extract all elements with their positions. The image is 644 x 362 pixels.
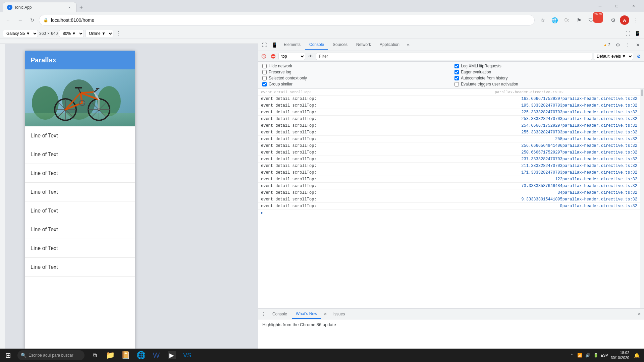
log-level-select[interactable]: Default levels ▼ [594, 53, 633, 60]
device-select[interactable]: Galaxy S5 ▼ [3, 30, 38, 37]
evaluate-triggers-checkbox[interactable] [454, 82, 459, 86]
tab-sources[interactable]: Sources [329, 40, 352, 50]
list-item[interactable]: Line of Text [25, 258, 135, 277]
group-similar-option[interactable]: Group similar [262, 82, 448, 86]
warnings-badge[interactable]: ▲ 2 [601, 42, 612, 48]
throttle-select[interactable]: Online ▼ [85, 30, 113, 37]
more-tabs-button[interactable]: » [404, 40, 412, 50]
system-tray-expand[interactable]: ^ [569, 352, 575, 359]
eager-eval-checkbox[interactable] [454, 70, 459, 74]
log-entry: event detail scrollTop: 34 parallax-head… [258, 189, 640, 196]
minimize-button[interactable]: ─ [592, 1, 608, 11]
bottom-tab-issues[interactable]: Issues [329, 309, 349, 319]
terminal-button[interactable]: ▶ [164, 349, 179, 362]
menu-icon[interactable]: ⋮ [631, 15, 641, 25]
new-tab-button[interactable]: + [76, 3, 86, 12]
log-xmlhttp-checkbox[interactable] [454, 64, 459, 68]
clear-console-icon[interactable]: 🚫 [260, 52, 268, 60]
preserve-log-checkbox[interactable] [262, 70, 267, 74]
console-filter-input[interactable] [316, 53, 592, 60]
taskview-button[interactable]: ⧉ [87, 349, 102, 362]
clock[interactable]: 18:02 30/10/2020 [609, 350, 631, 361]
eager-eval-option[interactable]: Eager evaluation [454, 70, 640, 74]
vscode-button[interactable]: VS [180, 349, 195, 362]
console-scrollbar[interactable] [640, 89, 644, 308]
list-item[interactable]: Line of Text [25, 164, 135, 183]
device-mode-icon[interactable]: 📱 [270, 40, 279, 50]
selected-context-checkbox[interactable] [262, 76, 267, 80]
console-log[interactable]: event detail scrollTop: parallax-header.… [258, 89, 640, 308]
live-expressions-icon[interactable]: 👁 [307, 52, 315, 60]
bottom-tab-whats-new[interactable]: What's New [292, 309, 321, 319]
autocomplete-checkbox[interactable] [454, 76, 459, 80]
context-select[interactable]: top [278, 53, 305, 60]
wifi-icon[interactable]: 📶 [577, 352, 583, 359]
tab-elements[interactable]: Elements [280, 40, 305, 50]
hide-network-option[interactable]: Hide network [262, 64, 448, 68]
log-entry: event detail scrollTop: 73.3333358764648… [258, 183, 640, 189]
list-item[interactable]: Line of Text [25, 126, 135, 145]
maximize-button[interactable]: □ [609, 1, 625, 11]
devtools-dock-icon[interactable]: ✕ [633, 40, 643, 50]
list-item[interactable]: Line of Text [25, 239, 135, 258]
list-item[interactable]: Line of Text [25, 183, 135, 201]
autocomplete-option[interactable]: Autocomplete from history [454, 76, 640, 80]
list-item[interactable]: Line of Text [25, 220, 135, 239]
word-button[interactable]: W [149, 349, 164, 362]
group-similar-checkbox[interactable] [262, 82, 267, 86]
hide-network-checkbox[interactable] [262, 64, 267, 68]
selected-context-option[interactable]: Selected context only [262, 76, 448, 80]
active-tab[interactable]: i Ionic App × [3, 2, 76, 12]
tab-close-button[interactable]: × [67, 5, 72, 10]
zoom-select[interactable]: 80% ▼ [59, 30, 84, 37]
expand-entry[interactable]: ▶ [258, 209, 640, 216]
log-entry: event detail scrollTop: 122 parallax-hea… [258, 176, 640, 183]
list-item[interactable]: Line of Text [25, 145, 135, 164]
reload-button[interactable]: ↻ [27, 15, 38, 25]
device-toggle-icon[interactable]: 📱 [633, 29, 641, 38]
inspect-icon[interactable]: ⛶ [624, 29, 632, 38]
onenote-button[interactable]: 📔 [118, 349, 133, 362]
log-entry: event detail scrollTop: 9.33333301544189… [258, 196, 640, 203]
profile-icon-1[interactable]: 🌐 [549, 15, 560, 25]
devtools-more-icon[interactable]: ⋮ [623, 40, 633, 50]
settings-icon[interactable]: ⚙ [608, 15, 619, 25]
bottom-more-button[interactable]: ⋮ [260, 310, 268, 318]
battery-icon[interactable]: 🔋 [593, 352, 599, 359]
console-filter-icon[interactable]: ⛔ [269, 52, 277, 60]
start-button[interactable]: ⊞ [0, 349, 16, 362]
more-options-button[interactable]: ⋮ [115, 29, 123, 38]
tab-network[interactable]: Network [352, 40, 375, 50]
bookmark-icon[interactable]: ☆ [537, 15, 548, 25]
tab-console[interactable]: Console [305, 40, 328, 50]
notification-button[interactable]: 🔔 [632, 349, 641, 362]
close-bottom-panel-button[interactable]: ✕ [636, 311, 643, 317]
profile-avatar[interactable]: A [620, 15, 629, 25]
preserve-log-option[interactable]: Preserve log [262, 70, 448, 74]
back-button[interactable]: ← [3, 15, 13, 25]
vpn-icon[interactable]: ⚑ [574, 15, 584, 25]
file-explorer-button[interactable]: 📁 [103, 349, 117, 362]
bottom-tab-console[interactable]: Console [268, 309, 291, 319]
devtools-panel: ⛶ 📱 Elements Console Sources Network App… [258, 39, 644, 349]
log-xmlhttp-option[interactable]: Log XMLHttpRequests [454, 64, 640, 68]
close-whats-new-button[interactable]: ✕ [322, 311, 329, 317]
forward-button[interactable]: → [15, 15, 25, 25]
close-button[interactable]: × [626, 1, 641, 11]
tab-application[interactable]: Application [376, 40, 404, 50]
inspect-element-icon[interactable]: ⛶ [260, 40, 269, 50]
language-indicator[interactable]: ESP [601, 353, 608, 357]
viewport-area: Parallax [0, 39, 258, 349]
expand-icon[interactable]: ▶ [261, 211, 265, 215]
chrome-button[interactable]: 🌐 [133, 349, 148, 362]
list-item[interactable]: Line of Text [25, 201, 135, 220]
evaluate-triggers-option[interactable]: Evaluate triggers user activation [454, 82, 640, 86]
scrollbar-thumb[interactable] [641, 89, 643, 96]
search-input[interactable] [29, 353, 79, 358]
search-bar[interactable]: 🔍 [17, 350, 85, 360]
volume-icon[interactable]: 🔊 [585, 352, 591, 359]
profile-icon-2[interactable]: Cc [561, 15, 572, 25]
devtools-settings-icon[interactable]: ⚙ [613, 40, 623, 50]
omnibox[interactable]: 🔒 localhost:8100/home [39, 15, 535, 25]
console-settings-icon[interactable]: ⚙ [635, 52, 643, 60]
